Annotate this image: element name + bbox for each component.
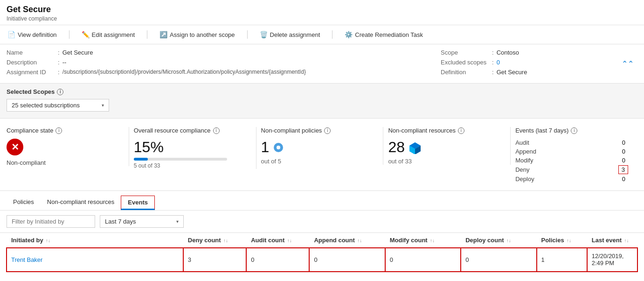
col-header-deploy-count[interactable]: Deploy count ↑↓ [461, 233, 536, 248]
col-header-deny-count[interactable]: Deny count ↑↓ [183, 233, 246, 248]
create-remediation-button[interactable]: ⚙️ Create Remediation Task [344, 29, 424, 40]
non-compliant-policies-block: Non-compliant policies i 1 out of 5 [256, 127, 384, 165]
event-deploy-count: 0 [619, 175, 628, 183]
table-row: Trent Baker 3 0 0 0 0 1 12/20/2019, 2:49… [7, 248, 637, 272]
meta-definition-row: Definition : Get Secure [441, 69, 618, 76]
filter-section: Last 7 days ▾ [0, 211, 644, 233]
meta-excluded-row: Excluded scopes : 0 [441, 59, 618, 66]
event-deploy-row: Deploy 0 [515, 175, 628, 183]
edit-icon: ✏️ [82, 31, 90, 38]
col-header-append-count[interactable]: Append count ↑↓ [309, 233, 385, 248]
meta-name-label: Name [7, 49, 58, 56]
event-deny-label: Deny [515, 166, 543, 173]
meta-excluded-label: Excluded scopes [441, 59, 492, 66]
cell-deny-count: 3 [183, 248, 246, 272]
scopes-dropdown-value: 25 selected subscriptions [12, 102, 80, 109]
col-header-policies[interactable]: Policies ↑↓ [537, 233, 587, 248]
non-compliant-resources-title: Non-compliant resources i [388, 127, 501, 134]
cell-append-count: 0 [309, 248, 385, 272]
meta-assignid-label: Assignment ID [7, 69, 58, 76]
col-header-last-event[interactable]: Last event ↑↓ [587, 233, 637, 248]
cell-deploy-count: 0 [461, 248, 536, 272]
resource-count-display: 28 [388, 139, 501, 156]
events-block: Events (last 7 days) i Audit 0 Append 0 … [511, 127, 637, 184]
delete-icon: 🗑️ [260, 31, 268, 38]
tab-non-compliant-resources[interactable]: Non-compliant resources [41, 196, 121, 210]
overall-label: 5 out of 33 [134, 162, 247, 169]
compliance-state-info-icon: i [55, 127, 62, 134]
policy-count-display: 1 [261, 139, 374, 156]
overall-percent: 15% [134, 139, 247, 156]
event-append-count: 0 [619, 148, 628, 155]
sort-deploy-icon: ↑↓ [506, 238, 511, 243]
progress-fill [134, 158, 148, 161]
meta-assignid-row: Assignment ID : /subscriptions/{subscrip… [7, 69, 441, 76]
time-filter-label: Last 7 days [105, 218, 136, 225]
page-title: Get Secure [7, 5, 637, 14]
toolbar-divider-2 [147, 30, 147, 39]
toolbar-divider-4 [332, 30, 332, 39]
scopes-label: Selected Scopes i [7, 88, 637, 95]
col-header-audit-count[interactable]: Audit count ↑↓ [246, 233, 309, 248]
meta-definition-label: Definition [441, 69, 492, 76]
edit-assignment-button[interactable]: ✏️ Edit assignment [81, 29, 136, 40]
assign-scope-button[interactable]: ↗️ Assign to another scope [159, 29, 235, 40]
event-deploy-label: Deploy [515, 176, 543, 183]
meta-desc-row: Description : -- [7, 59, 441, 66]
overall-compliance-title: Overall resource compliance i [134, 127, 247, 134]
policies-out-of: out of 5 [261, 158, 374, 165]
scopes-section: Selected Scopes i 25 selected subscripti… [0, 84, 644, 119]
cell-audit-count: 0 [246, 248, 309, 272]
event-append-label: Append [515, 148, 543, 155]
overall-compliance-block: Overall resource compliance i 15% 5 out … [129, 127, 256, 169]
policies-info-icon: i [324, 127, 331, 134]
policy-icon [273, 142, 284, 153]
scopes-chevron-icon: ▾ [102, 103, 104, 108]
filter-input[interactable] [7, 215, 95, 228]
compliance-state-block: Compliance state i ✕ Non-compliant [7, 127, 129, 166]
page-subtitle: Initiative compliance [7, 15, 637, 22]
metadata-right: Scope : Contoso Excluded scopes : 0 Defi… [441, 49, 618, 78]
toolbar-divider [69, 30, 69, 39]
resource-cube-icon [409, 141, 422, 154]
meta-assignid-value: /subscriptions/{subscriptionId}/provider… [62, 69, 306, 75]
progress-bar [134, 158, 227, 161]
resources-out-of: out of 33 [388, 158, 501, 165]
meta-scope-label: Scope [441, 49, 492, 56]
metadata-left: Name : Get Secure Description : -- Assig… [7, 49, 441, 78]
cell-last-event: 12/20/2019, 2:49 PM [587, 248, 637, 272]
events-title: Events (last 7 days) i [515, 127, 628, 134]
meta-desc-label: Description [7, 59, 58, 66]
view-definition-button[interactable]: 📄 View definition [7, 29, 58, 40]
time-filter-dropdown[interactable]: Last 7 days ▾ [100, 215, 184, 228]
collapse-button[interactable]: ⌃⌃ [618, 49, 637, 78]
col-header-modify-count[interactable]: Modify count ↑↓ [385, 233, 461, 248]
event-audit-row: Audit 0 [515, 139, 628, 147]
overall-info-icon: i [213, 127, 220, 134]
event-modify-label: Modify [515, 157, 543, 164]
event-audit-count: 0 [619, 139, 628, 147]
scopes-dropdown[interactable]: 25 selected subscriptions ▾ [7, 99, 109, 112]
resources-info-icon: i [458, 127, 464, 134]
page-header: Get Secure Initiative compliance [0, 0, 644, 25]
tab-events[interactable]: Events [121, 196, 155, 210]
time-filter-chevron-icon: ▾ [176, 219, 179, 224]
compliance-section: Compliance state i ✕ Non-compliant Overa… [0, 119, 644, 191]
sort-last-icon: ↑↓ [624, 238, 629, 243]
metadata-section: Name : Get Secure Description : -- Assig… [0, 44, 644, 84]
cell-policies: 1 [537, 248, 587, 272]
assign-icon: ↗️ [159, 31, 167, 38]
meta-name-row: Name : Get Secure [7, 49, 441, 56]
meta-excluded-value[interactable]: 0 [497, 59, 500, 66]
initiated-by-link[interactable]: Trent Baker [11, 256, 42, 263]
table-header-row: Initiated by ↑↓ Deny count ↑↓ Audit coun… [7, 233, 637, 248]
event-audit-label: Audit [515, 139, 543, 146]
col-header-initiated-by[interactable]: Initiated by ↑↓ [7, 233, 183, 248]
non-compliant-resources-block: Non-compliant resources i 28 out of 33 [383, 127, 511, 165]
sort-policies-icon: ↑↓ [567, 238, 571, 243]
tab-policies[interactable]: Policies [7, 196, 41, 210]
document-icon: 📄 [7, 31, 15, 38]
events-list: Audit 0 Append 0 Modify 0 Deny 3 Deploy … [515, 139, 628, 183]
scopes-info-icon: i [57, 89, 63, 95]
delete-assignment-button[interactable]: 🗑️ Delete assignment [259, 29, 321, 40]
